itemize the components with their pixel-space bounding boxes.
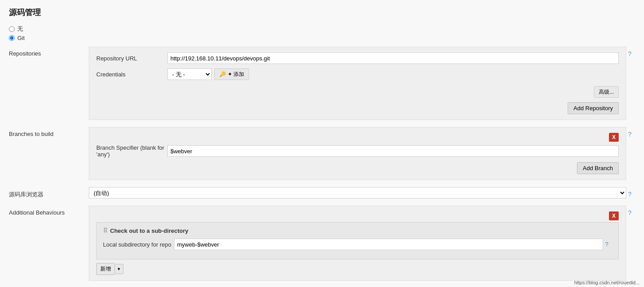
repositories-content: Repository URL Credentials - 无 - 🔑 ✦ 添加 <box>89 47 626 120</box>
add-behaviour-button[interactable]: 新增 <box>96 263 115 275</box>
credentials-controls: - 无 - 🔑 ✦ 添加 <box>167 68 249 80</box>
add-behaviour-arrow-button[interactable]: ▾ <box>115 264 123 274</box>
branch-specifier-label: Branch Specifier (blank for 'any') <box>96 144 167 158</box>
radio-none-input[interactable] <box>9 26 15 32</box>
scm-radio-group: 无 Git <box>9 25 635 41</box>
x-button-row: X <box>96 133 619 142</box>
sub-section-title-text: Check out to a sub-directory <box>110 227 188 234</box>
add-repository-button[interactable]: Add Repository <box>568 102 619 114</box>
source-browser-label: 源码库浏览器 <box>9 187 89 199</box>
add-branch-button[interactable]: Add Branch <box>577 162 619 174</box>
source-browser-controls: (自动) <box>89 187 626 199</box>
remove-behaviour-button[interactable]: X <box>609 211 619 220</box>
local-subdir-row: Local subdirectory for repo ? <box>103 239 612 250</box>
radio-git-label: Git <box>17 35 25 41</box>
add-branch-row: Add Branch <box>96 162 619 174</box>
footer-url: https://blog.csdn.net/rouedid... <box>574 280 640 285</box>
radio-git-input[interactable] <box>9 35 15 41</box>
additional-behaviours-content: X ⠿ Check out to a sub-directory Local s… <box>89 206 626 281</box>
credentials-select[interactable]: - 无 - <box>167 68 212 80</box>
additional-behaviours-label: Additional Behaviours <box>9 206 89 216</box>
key-icon: 🔑 <box>219 71 226 77</box>
sub-section-checkout: ⠿ Check out to a sub-directory Local sub… <box>96 222 619 259</box>
advanced-button[interactable]: 高级... <box>594 86 619 98</box>
radio-none-label: 无 <box>17 25 23 33</box>
branch-specifier-row: Branch Specifier (blank for 'any') <box>96 144 619 158</box>
repositories-section: Repositories Repository URL Credentials … <box>9 47 635 120</box>
remove-branch-button[interactable]: X <box>609 133 619 142</box>
source-browser-help-icon[interactable]: ? <box>626 187 635 198</box>
sub-section-title: ⠿ Check out to a sub-directory <box>103 227 612 234</box>
repo-url-row: Repository URL <box>96 52 619 64</box>
repositories-help-icon[interactable]: ? <box>626 47 635 57</box>
x-behaviour-row: X <box>96 211 619 220</box>
radio-git[interactable]: Git <box>9 35 635 41</box>
drag-handle-icon: ⠿ <box>103 227 107 234</box>
repo-url-label: Repository URL <box>96 55 167 62</box>
radio-none[interactable]: 无 <box>9 25 635 33</box>
add-behaviour-dropdown: 新增 ▾ <box>96 263 123 275</box>
add-credentials-button[interactable]: 🔑 ✦ 添加 <box>214 68 249 80</box>
repo-buttons-row: 高级... <box>96 84 619 100</box>
local-subdir-label: Local subdirectory for repo <box>103 241 174 248</box>
page-title: 源码管理 <box>9 7 635 18</box>
additional-behaviours-section: Additional Behaviours X ⠿ Check out to a… <box>9 206 635 281</box>
branches-label: Branches to build <box>9 127 89 137</box>
additional-behaviours-help-icon[interactable]: ? <box>626 206 635 216</box>
add-credentials-label: ✦ 添加 <box>228 71 244 78</box>
branches-content: X Branch Specifier (blank for 'any') Add… <box>89 127 626 180</box>
credentials-label: Credentials <box>96 71 167 78</box>
repo-url-input[interactable] <box>167 52 619 64</box>
branch-specifier-input[interactable] <box>167 145 619 157</box>
branches-help-icon[interactable]: ? <box>626 127 635 138</box>
local-subdir-input[interactable] <box>174 239 603 250</box>
repositories-label: Repositories <box>9 47 89 57</box>
add-repo-row: Add Repository <box>96 102 619 114</box>
source-browser-select[interactable]: (自动) <box>89 187 626 199</box>
local-subdir-help-icon[interactable]: ? <box>603 241 612 248</box>
source-browser-content: (自动) <box>89 187 626 199</box>
branches-section: Branches to build X Branch Specifier (bl… <box>9 127 635 180</box>
source-browser-section: 源码库浏览器 (自动) ? <box>9 187 635 199</box>
credentials-row: Credentials - 无 - 🔑 ✦ 添加 <box>96 68 619 80</box>
